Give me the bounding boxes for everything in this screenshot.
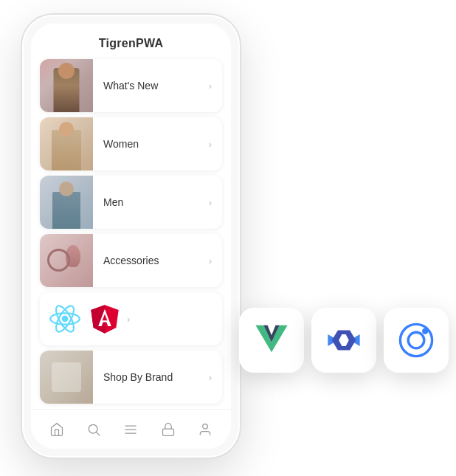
chevron-tech: ›	[127, 314, 140, 325]
floating-icons	[239, 308, 449, 373]
menu-label-brand: Shop By Brand	[93, 371, 209, 383]
svg-point-0	[62, 316, 69, 322]
svg-point-23	[408, 332, 424, 348]
menu-item-whats-new[interactable]: What's New ›	[40, 59, 222, 112]
nav-user-icon[interactable]	[195, 419, 215, 440]
chevron-brand: ›	[209, 372, 222, 383]
menu-thumb-women	[40, 117, 93, 170]
menu-thumb-accessories	[40, 234, 93, 287]
svg-point-22	[400, 324, 432, 356]
chevron-whats-new: ›	[209, 80, 222, 92]
chevron-accessories: ›	[209, 255, 222, 266]
menu-item-brand[interactable]: Shop By Brand ›	[40, 351, 222, 404]
menu-label-women: Women	[93, 138, 209, 150]
svg-point-24	[422, 328, 428, 334]
chevron-men: ›	[209, 197, 222, 208]
svg-point-14	[203, 424, 208, 429]
menu-item-men[interactable]: Men ›	[40, 176, 222, 229]
menu-label-men: Men	[93, 196, 209, 208]
menu-item-accessories[interactable]: Accessories ›	[40, 234, 222, 287]
nav-search-icon[interactable]	[83, 419, 104, 440]
menu-thumb-men	[40, 176, 93, 229]
chevron-women: ›	[209, 139, 222, 150]
menu-label-whats-new: What's New	[93, 80, 209, 92]
nav-home-icon[interactable]	[46, 419, 67, 440]
tech-icons-container: ›	[40, 301, 222, 337]
phone-screen: TigrenPWA What's New › Women ›	[31, 24, 231, 449]
svg-point-8	[89, 424, 98, 433]
polymer-card	[311, 308, 376, 373]
phone-shell: TigrenPWA What's New › Women ›	[22, 15, 240, 458]
angular-icon-circle	[87, 301, 122, 337]
scene: TigrenPWA What's New › Women ›	[0, 0, 456, 476]
react-icon-circle	[47, 301, 83, 337]
vue-card	[239, 308, 304, 373]
svg-line-9	[97, 432, 100, 435]
svg-rect-13	[162, 429, 173, 435]
ionic-card	[384, 308, 449, 373]
menu-label-accessories: Accessories	[93, 255, 209, 266]
bottom-nav	[31, 409, 231, 449]
nav-menu-icon[interactable]	[120, 419, 141, 440]
app-header: TigrenPWA	[31, 24, 231, 56]
menu-item-women[interactable]: Women ›	[40, 117, 222, 170]
app-title: TigrenPWA	[99, 37, 164, 49]
nav-cart-icon[interactable]	[158, 419, 179, 440]
menu-list: What's New › Women › Men ›	[31, 56, 231, 409]
menu-thumb-whats-new	[40, 59, 93, 112]
menu-thumb-brand	[40, 351, 93, 404]
menu-item-tech[interactable]: ›	[40, 292, 222, 345]
